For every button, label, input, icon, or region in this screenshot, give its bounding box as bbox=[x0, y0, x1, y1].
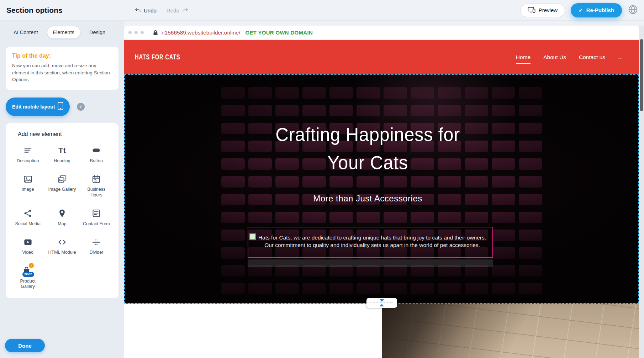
hero-tile bbox=[357, 105, 380, 116]
sidebar-tabs: AI Content Elements Design bbox=[8, 26, 124, 38]
element-contact-form[interactable]: Contact Form bbox=[79, 208, 114, 227]
section-resize-handle[interactable] bbox=[366, 298, 397, 308]
element-business-hours[interactable]: Business Hours bbox=[79, 174, 114, 198]
lock-icon bbox=[153, 30, 158, 36]
scrollbar-thumb[interactable] bbox=[640, 39, 643, 111]
hero-tile bbox=[411, 105, 434, 116]
undo-button[interactable]: Undo bbox=[134, 7, 157, 14]
preview-button[interactable]: Preview bbox=[520, 4, 565, 17]
hero-tile bbox=[275, 176, 299, 188]
globe-icon bbox=[628, 4, 638, 16]
hero-tile bbox=[438, 105, 461, 116]
hero-tile bbox=[519, 230, 542, 241]
get-domain-link[interactable]: GET YOUR OWN DOMAIN bbox=[245, 30, 313, 36]
done-button[interactable]: Done bbox=[5, 339, 45, 352]
hero-tile bbox=[384, 212, 407, 223]
divider-icon bbox=[91, 237, 101, 247]
info-icon[interactable]: i bbox=[77, 103, 85, 111]
hero-tile bbox=[438, 212, 461, 223]
hero-tile bbox=[221, 212, 245, 223]
tab-elements[interactable]: Elements bbox=[47, 26, 80, 38]
text-element-selected[interactable]: Hats for Cats, we are dedicated to craft… bbox=[248, 227, 493, 258]
site-url: n1566589.websitebuilder.online/ bbox=[162, 30, 240, 36]
topbar: Section options Undo Redo Preview bbox=[0, 0, 644, 21]
window-dot bbox=[134, 31, 138, 34]
hero-tile bbox=[357, 283, 380, 294]
hero-tile bbox=[492, 212, 515, 223]
check-icon: ✓ bbox=[579, 7, 583, 14]
element-map[interactable]: Map bbox=[45, 208, 79, 227]
hero-tile bbox=[221, 230, 245, 241]
hero-tile bbox=[275, 87, 299, 99]
hero-tile bbox=[465, 176, 488, 188]
undo-redo-group: Undo Redo bbox=[134, 0, 189, 21]
hero-tile bbox=[411, 87, 434, 99]
window-dots bbox=[128, 31, 144, 34]
hero-tile bbox=[248, 212, 272, 223]
hero-tile bbox=[302, 87, 326, 99]
nav-about-us[interactable]: About Us bbox=[543, 52, 566, 63]
site-header: HATS FOR CATS Home About Us Contact us .… bbox=[124, 40, 639, 74]
republish-button[interactable]: ✓ Re-Publish bbox=[571, 3, 622, 17]
hero-tile bbox=[465, 87, 488, 99]
scrollbar[interactable] bbox=[639, 26, 644, 358]
element-resize-handle[interactable] bbox=[249, 233, 256, 240]
element-video[interactable]: Video bbox=[11, 237, 45, 256]
nav-contact-us[interactable]: Contact us bbox=[579, 52, 605, 63]
element-image-gallery[interactable]: Image Gallery bbox=[45, 174, 79, 198]
hero-tile bbox=[248, 87, 272, 99]
hero-tile bbox=[221, 283, 245, 294]
heading-icon: Tt bbox=[58, 145, 66, 156]
element-divider[interactable]: Divider bbox=[79, 237, 114, 256]
hero-tile bbox=[492, 230, 515, 241]
edit-mobile-layout-button[interactable]: Edit mobile layout bbox=[6, 98, 70, 116]
element-product-gallery[interactable]: ↑ SHOP Product Gallery bbox=[11, 265, 45, 290]
product-gallery-icon: ↑ SHOP bbox=[22, 265, 34, 276]
hero-heading[interactable]: Crafting Happiness for Your Cats bbox=[125, 121, 611, 177]
redo-button[interactable]: Redo bbox=[167, 7, 189, 14]
element-html-module[interactable]: HTML Module bbox=[45, 237, 79, 256]
nav-home[interactable]: Home bbox=[516, 52, 530, 63]
add-element-title: Add new element bbox=[18, 131, 114, 137]
element-description[interactable]: Description bbox=[11, 145, 45, 164]
arrow-down-icon bbox=[380, 299, 384, 302]
element-button[interactable]: Button bbox=[79, 145, 114, 164]
hero-tile bbox=[221, 105, 245, 116]
window-dot bbox=[128, 31, 132, 34]
nav-more[interactable]: ... bbox=[618, 52, 623, 63]
hero-tile bbox=[519, 283, 542, 294]
hero-tile bbox=[465, 105, 488, 116]
hero-subheading[interactable]: More than Just Accessories bbox=[125, 193, 611, 204]
page-title: Section options bbox=[6, 6, 63, 15]
hero-tile bbox=[519, 87, 542, 99]
upgrade-icon: ↑ bbox=[29, 263, 34, 268]
hero-tile bbox=[221, 87, 245, 99]
hero-tile bbox=[329, 87, 353, 99]
shop-badge: SHOP bbox=[22, 272, 34, 277]
hero-tile bbox=[302, 176, 326, 188]
hero-tile bbox=[302, 105, 326, 116]
hero-tile bbox=[519, 247, 542, 259]
tab-design[interactable]: Design bbox=[84, 26, 111, 38]
element-image[interactable]: Image bbox=[11, 174, 45, 198]
language-globe-button[interactable] bbox=[628, 4, 638, 16]
next-section-blank bbox=[124, 304, 382, 358]
hero-tile bbox=[411, 283, 434, 294]
button-icon bbox=[91, 145, 101, 156]
hero-tile bbox=[411, 176, 434, 188]
hero-tile bbox=[492, 247, 515, 259]
hero-tile bbox=[275, 105, 299, 116]
hero-tile bbox=[519, 265, 542, 277]
hero-tile bbox=[384, 105, 407, 116]
sidebar-divider bbox=[0, 330, 116, 330]
hero-tile bbox=[492, 265, 515, 277]
element-heading[interactable]: Tt Heading bbox=[45, 145, 79, 164]
contact-form-icon bbox=[91, 208, 101, 219]
hero-tile bbox=[329, 212, 353, 223]
tab-ai-content[interactable]: AI Content bbox=[8, 26, 44, 38]
element-social-media[interactable]: Social Media bbox=[11, 208, 45, 227]
hero-tile bbox=[438, 176, 461, 188]
hero-section-selected[interactable]: Crafting Happiness for Your Cats More th… bbox=[124, 74, 639, 304]
hero-tile bbox=[438, 87, 461, 99]
redo-icon bbox=[182, 7, 189, 14]
